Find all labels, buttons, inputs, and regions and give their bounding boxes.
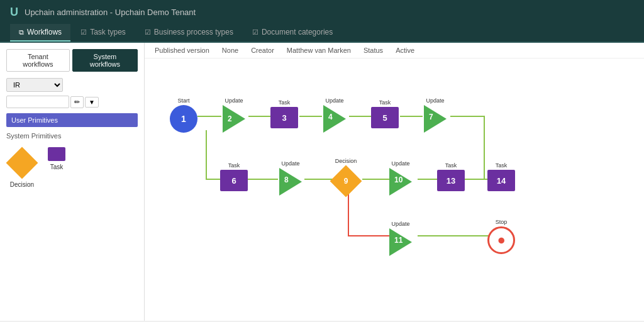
workflows-icon: ⧉ [19, 28, 24, 36]
tab-workflows-label: Workflows [27, 28, 62, 36]
decision-label: Decision [10, 181, 34, 188]
document-categories-icon: ☑ [252, 28, 258, 36]
status-value: Active [396, 47, 414, 54]
node-5-rect: 5 [371, 107, 399, 128]
node-8-arrow: 8 [277, 168, 304, 196]
tab-document-categories-label: Document categories [262, 28, 333, 36]
node-3[interactable]: Task 3 [270, 99, 298, 128]
node-13-label: Task [445, 162, 457, 169]
node-stop-label: Stop [496, 219, 508, 225]
task-shape [48, 147, 65, 161]
node-5[interactable]: Task 5 [371, 99, 399, 128]
node-13-rect: 13 [437, 170, 465, 191]
tab-business-process[interactable]: ☑ Business process types [136, 24, 242, 42]
task-label: Task [50, 164, 64, 170]
app-title: Upchain administration - Upchain Demo Te… [25, 8, 196, 17]
published-version-value: None [222, 47, 238, 54]
node-start-circle: 1 [170, 105, 197, 133]
node-11-label: Update [391, 221, 409, 227]
node-2[interactable]: Update 2 [220, 97, 248, 133]
logo: U [10, 6, 18, 19]
node-10-arrow: 10 [387, 168, 414, 196]
node-7-label: Update [426, 97, 444, 104]
tab-business-process-label: Business process types [154, 28, 233, 36]
node-14-rect: 14 [487, 170, 515, 191]
node-3-rect: 3 [270, 107, 298, 128]
node-start[interactable]: Start 1 [170, 97, 197, 133]
node-9-text: 9 [344, 177, 348, 186]
node-6-rect: 6 [220, 170, 248, 191]
edit-button[interactable]: ✏ [70, 96, 84, 108]
node-4[interactable]: Update 4 [321, 97, 348, 133]
content-area: Tenant workflows System workflows IR ✏ ▼… [0, 43, 644, 321]
workflow-dropdown[interactable]: IR [6, 78, 63, 92]
node-10[interactable]: Update 10 [387, 160, 414, 196]
node-13[interactable]: Task 13 [437, 162, 465, 191]
creator-label: Creator [251, 47, 274, 54]
workflow-canvas: Start 1 Update 2 Task 3 Update [151, 65, 644, 285]
node-8-label: Update [281, 160, 299, 167]
node-5-label: Task [379, 99, 391, 106]
node-4-label: Update [325, 97, 343, 104]
node-9[interactable]: Decision 9 [330, 158, 362, 197]
node-6[interactable]: Task 6 [220, 162, 248, 191]
node-14-label: Task [496, 162, 508, 169]
node-2-label: Update [225, 97, 243, 104]
user-primitives-header: User Primitives [6, 113, 138, 127]
node-2-arrow: 2 [220, 105, 248, 133]
node-9-label: Decision [335, 158, 357, 164]
node-start-label: Start [177, 97, 189, 104]
status-label: Status [364, 47, 383, 54]
decision-shape [6, 147, 38, 179]
node-11[interactable]: Update 11 [387, 221, 414, 256]
tenant-workflows-button[interactable]: Tenant workflows [6, 49, 70, 72]
workflow-selector-row: IR [6, 78, 138, 92]
node-10-label: Update [391, 160, 409, 167]
version-dropdown-button[interactable]: ▼ [85, 97, 99, 108]
node-4-arrow: 4 [321, 105, 348, 133]
task-primitive[interactable]: Task [48, 147, 65, 188]
tab-task-types[interactable]: ☑ Task types [72, 24, 135, 42]
node-9-diamond: 9 [330, 165, 362, 197]
node-7[interactable]: Update 7 [421, 97, 449, 133]
task-types-icon: ☑ [80, 28, 87, 36]
meta-bar: Published version None Creator Matthew v… [145, 43, 644, 58]
primitives-row: Decision Task [6, 145, 138, 191]
decision-diamond [6, 147, 38, 179]
node-7-arrow: 7 [421, 105, 449, 133]
business-process-icon: ☑ [145, 28, 151, 36]
app-header: U Upchain administration - Upchain Demo … [0, 0, 644, 24]
node-14[interactable]: Task 14 [487, 162, 515, 191]
node-3-label: Task [279, 99, 291, 106]
node-stop[interactable]: Stop ⬤ [487, 219, 515, 254]
system-workflows-button[interactable]: System workflows [72, 49, 138, 72]
version-input-group: ✏ ▼ [6, 96, 99, 108]
node-11-arrow: 11 [387, 228, 414, 256]
decision-primitive[interactable]: Decision [6, 147, 38, 188]
tab-workflows[interactable]: ⧉ Workflows [10, 24, 70, 42]
node-stop-circle: ⬤ [487, 226, 515, 254]
sidebar: Tenant workflows System workflows IR ✏ ▼… [0, 43, 145, 321]
version-selector-row: ✏ ▼ [6, 96, 138, 108]
system-primitives-label: System Primitives [6, 132, 138, 140]
node-8[interactable]: Update 8 [277, 160, 304, 196]
main-canvas-area: Published version None Creator Matthew v… [145, 43, 644, 321]
creator-value: Matthew van Marken [287, 47, 351, 54]
version-input[interactable] [6, 96, 69, 108]
workflow-toggle: Tenant workflows System workflows [6, 49, 138, 72]
main-tabs: ⧉ Workflows ☑ Task types ☑ Business proc… [0, 24, 644, 43]
node-6-label: Task [228, 162, 240, 169]
published-version-label: Published version [155, 47, 209, 54]
tab-task-types-label: Task types [90, 28, 126, 36]
tab-document-categories[interactable]: ☑ Document categories [243, 24, 341, 42]
